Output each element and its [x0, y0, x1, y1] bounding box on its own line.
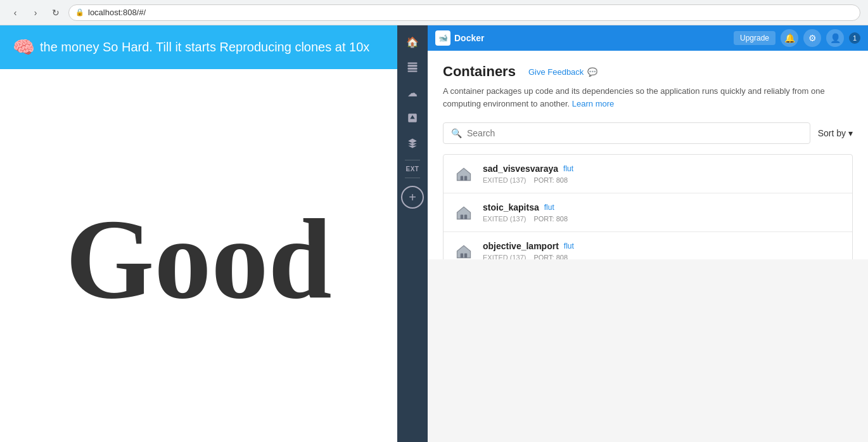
port-text-2: PORT: 808	[533, 215, 568, 223]
sidebar-icon-images[interactable]	[401, 107, 424, 129]
lock-icon: 🔒	[75, 8, 84, 16]
status-text-2: EXITED (137)	[483, 215, 526, 223]
container-list: sad_visvesvaraya flut EXITED (137) PORT:…	[443, 154, 853, 259]
sidebar-icon-home[interactable]: 🏠	[401, 30, 424, 53]
container-name-row-2: stoic_kapitsa flut	[483, 202, 842, 212]
table-row[interactable]: sad_visvesvaraya flut EXITED (137) PORT:…	[444, 155, 852, 193]
svg-rect-0	[408, 65, 418, 67]
table-row[interactable]: objective_lamport flut EXITED (137) PORT…	[444, 232, 852, 259]
docker-sidebar: 🏠 ☁ EXT +	[397, 25, 428, 442]
status-text-3: EXITED (137)	[483, 254, 526, 259]
feedback-icon: 💬	[587, 67, 597, 77]
container-info-1: sad_visvesvaraya flut EXITED (137) PORT:…	[483, 164, 842, 184]
svg-rect-8	[461, 254, 463, 258]
goodcode-text: Good	[65, 202, 331, 316]
container-name-row-1: sad_visvesvaraya flut	[483, 164, 842, 174]
svg-rect-1	[408, 68, 418, 70]
docker-panel: 🐋 Docker Upgrade 🔔 ⚙ 👤 1 Containers Give…	[428, 25, 868, 442]
sort-by-button[interactable]: Sort by ▾	[818, 128, 853, 138]
table-row[interactable]: stoic_kapitsa flut EXITED (137) PORT: 80…	[444, 193, 852, 232]
sidebar-icon-containers[interactable]	[401, 56, 424, 79]
docker-topbar: 🐋 Docker Upgrade 🔔 ⚙ 👤 1	[428, 25, 868, 51]
container-name-3: objective_lamport	[483, 241, 559, 251]
content-area: 🧠 the money So Hard. Till it starts Repr…	[0, 25, 868, 442]
docker-logo-text: Docker	[454, 33, 484, 43]
give-feedback-label: Give Feedback	[528, 67, 584, 77]
sidebar-divider-2	[405, 178, 420, 178]
panel-title: Containers	[443, 63, 516, 80]
search-sort-row: 🔍 Sort by ▾	[443, 122, 853, 144]
status-text-1: EXITED (137)	[483, 176, 526, 184]
docker-logo: 🐋 Docker	[435, 30, 484, 46]
svg-rect-4	[461, 176, 463, 181]
container-name-1: sad_visvesvaraya	[483, 164, 558, 174]
svg-rect-7	[464, 215, 467, 219]
panel-description: A container packages up code and its dep…	[443, 85, 853, 110]
container-name-row-3: objective_lamport flut	[483, 241, 842, 251]
sidebar-add-button[interactable]: +	[401, 186, 424, 209]
url-text: localhost:808/#/	[88, 8, 146, 17]
container-tag-1: flut	[563, 164, 573, 173]
goodcode-area: Good	[0, 69, 397, 442]
upgrade-button[interactable]: Upgrade	[734, 31, 775, 45]
sidebar-ext-label: EXT	[406, 166, 419, 172]
settings-button[interactable]: ⚙	[803, 29, 821, 47]
container-icon-3	[454, 241, 474, 259]
search-input[interactable]	[467, 128, 802, 138]
docker-logo-icon: 🐋	[435, 30, 450, 46]
port-text-3: PORT: 808	[533, 254, 568, 259]
container-name-2: stoic_kapitsa	[483, 202, 539, 212]
container-tag-3: flut	[564, 242, 574, 250]
svg-rect-6	[461, 215, 463, 219]
search-box: 🔍	[443, 122, 810, 144]
svg-rect-5	[464, 176, 467, 181]
refresh-button[interactable]: ↻	[48, 5, 63, 20]
search-icon: 🔍	[451, 128, 462, 138]
container-status-3: EXITED (137) PORT: 808	[483, 254, 842, 259]
browser-content: 🧠 the money So Hard. Till it starts Repr…	[0, 25, 397, 442]
avatar-button[interactable]: 👤	[826, 29, 844, 47]
page-banner: 🧠 the money So Hard. Till it starts Repr…	[0, 25, 397, 69]
forward-button[interactable]: ›	[28, 5, 43, 20]
browser-chrome: ‹ › ↻ 🔒 localhost:808/#/	[0, 0, 868, 25]
container-info-3: objective_lamport flut EXITED (137) PORT…	[483, 241, 842, 259]
panel-content: Containers Give Feedback 💬 A container p…	[428, 51, 868, 259]
container-icon-2	[454, 202, 474, 223]
sidebar-icon-extensions[interactable]	[401, 132, 424, 155]
panel-header: Containers Give Feedback 💬	[443, 63, 853, 80]
container-status-1: EXITED (137) PORT: 808	[483, 176, 842, 184]
address-bar[interactable]: 🔒 localhost:808/#/	[68, 4, 860, 21]
sidebar-divider	[405, 160, 420, 160]
sort-label: Sort by	[818, 128, 846, 138]
port-text-1: PORT: 808	[533, 176, 568, 184]
container-status-2: EXITED (137) PORT: 808	[483, 215, 842, 223]
container-info-2: stoic_kapitsa flut EXITED (137) PORT: 80…	[483, 202, 842, 223]
panel-bottom-area	[428, 259, 868, 443]
back-button[interactable]: ‹	[8, 5, 23, 20]
container-icon-1	[454, 164, 474, 184]
banner-logo: 🧠 the money So Hard. Till it starts Repr…	[13, 37, 369, 58]
svg-rect-9	[464, 254, 467, 258]
svg-rect-2	[408, 63, 418, 64]
sidebar-icon-cloud[interactable]: ☁	[401, 81, 424, 104]
sort-chevron-icon: ▾	[848, 128, 853, 138]
svg-rect-3	[408, 70, 418, 72]
give-feedback-button[interactable]: Give Feedback 💬	[523, 65, 603, 79]
count-badge: 1	[849, 32, 860, 44]
notifications-button[interactable]: 🔔	[781, 29, 798, 47]
container-tag-2: flut	[544, 203, 554, 212]
learn-more-link[interactable]: Learn more	[572, 99, 614, 108]
